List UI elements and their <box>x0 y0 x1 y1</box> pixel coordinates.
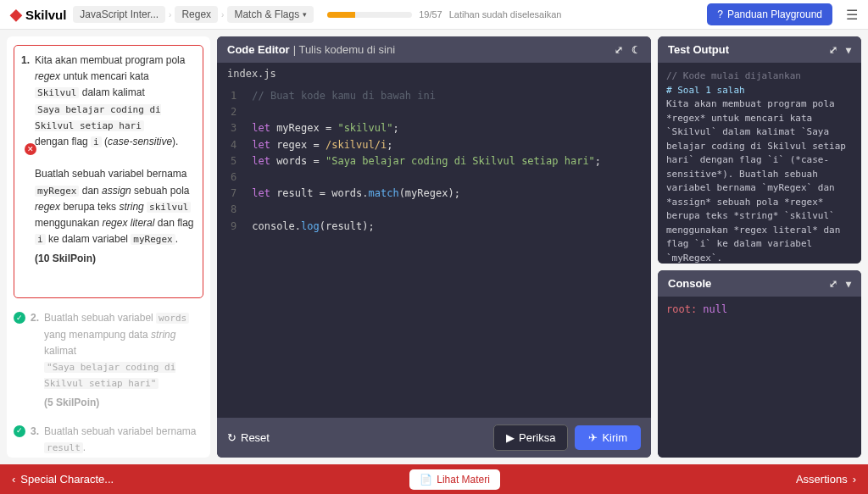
editor-header: Code Editor | Tulis kodemu di sini ⤢ ☾ <box>217 36 651 63</box>
console-panel: Console ⤢ ▾ root: null <box>658 270 861 458</box>
logo[interactable]: ◆ Skilvul <box>10 5 66 24</box>
progress-count: 19/57 <box>419 9 442 19</box>
task-item-1: 1. Kita akan membuat program pola regex … <box>14 45 203 298</box>
refresh-icon: ↻ <box>227 431 236 444</box>
output-header: Test Output ⤢ ▾ <box>658 36 861 63</box>
bc-lesson[interactable]: Match & Flags ▾ <box>227 6 314 23</box>
chevron-down-icon[interactable]: ▾ <box>846 44 851 56</box>
breadcrumb: JavaScript Inter... › Regex › Match & Fl… <box>73 6 314 23</box>
pass-icon: ✓ <box>14 312 25 324</box>
console-title: Console <box>668 277 711 290</box>
code-editor-panel: Code Editor | Tulis kodemu di sini ⤢ ☾ i… <box>217 36 651 458</box>
expand-icon[interactable]: ⤢ <box>829 44 837 56</box>
bottom-nav: ‹ Special Characte... 📄 Lihat Materi Ass… <box>0 464 868 494</box>
guide-button[interactable]: ? Panduan Playground <box>707 3 832 25</box>
editor-subtitle: | Tulis kodemu di sini <box>293 43 395 56</box>
task-list: 1. Kita akan membuat program pola regex … <box>7 36 210 458</box>
theme-icon[interactable]: ☾ <box>632 44 641 56</box>
menu-icon[interactable]: ☰ <box>846 7 858 23</box>
editor-area: Code Editor | Tulis kodemu di sini ⤢ ☾ i… <box>217 36 861 458</box>
expand-icon[interactable]: ⤢ <box>829 278 837 290</box>
view-material-button[interactable]: 📄 Lihat Materi <box>409 469 500 490</box>
output-column: Test Output ⤢ ▾ // Kode mulai dijalankan… <box>658 36 861 458</box>
task-number: 2. <box>31 310 39 411</box>
progress-bar <box>327 12 412 18</box>
progress: 19/57 Latihan sudah diselesaikan <box>327 9 561 19</box>
main-content: 1. Kita akan membuat program pola regex … <box>0 30 868 464</box>
task-number: 3. <box>31 424 39 458</box>
line-gutter: 123456789 <box>217 85 245 418</box>
expand-icon[interactable]: ⤢ <box>615 44 623 56</box>
chevron-down-icon[interactable]: ▾ <box>846 278 851 290</box>
reset-button[interactable]: ↻ Reset <box>227 431 270 444</box>
console-header: Console ⤢ ▾ <box>658 270 861 297</box>
code-content[interactable]: // Buat kode kamu di bawah ini let myReg… <box>245 85 608 418</box>
task-points: (5 SkilPoin) <box>44 395 203 411</box>
task-number: 1. <box>21 53 30 267</box>
check-button[interactable]: ▶ Periksa <box>493 425 568 451</box>
bc-course[interactable]: JavaScript Inter... <box>73 6 165 23</box>
progress-status: Latihan sudah diselesaikan <box>449 9 562 19</box>
send-icon: ✈ <box>588 431 598 444</box>
test-output-panel: Test Output ⤢ ▾ // Kode mulai dijalankan… <box>658 36 861 264</box>
task-item-3: ✓ 3. Buatlah sebuah variabel bernama res… <box>14 424 203 458</box>
output-title: Test Output <box>668 43 729 56</box>
next-lesson-button[interactable]: Assertions › <box>796 473 856 486</box>
app-header: ◆ Skilvul JavaScript Inter... › Regex › … <box>0 0 868 30</box>
logo-icon: ◆ <box>10 5 22 24</box>
task-description: Buatlah sebuah variabel words yang menam… <box>44 310 203 411</box>
chevron-left-icon: ‹ <box>12 473 15 486</box>
bc-section[interactable]: Regex <box>175 6 218 23</box>
code-editor-column: Code Editor | Tulis kodemu di sini ⤢ ☾ i… <box>217 36 651 458</box>
code-editor[interactable]: 123456789 // Buat kode kamu di bawah ini… <box>217 85 651 418</box>
chevron-right-icon: › <box>853 473 856 486</box>
file-tab[interactable]: index.js <box>217 63 651 85</box>
chevron-down-icon: ▾ <box>303 10 307 19</box>
task-description: Kita akan membuat program pola regex unt… <box>35 53 196 267</box>
submit-button[interactable]: ✈ Kirim <box>575 425 641 450</box>
chevron-right-icon: › <box>169 10 171 19</box>
output-body[interactable]: // Kode mulai dijalankan # Soal 1 salah … <box>658 63 861 264</box>
logo-text: Skilvul <box>25 8 66 22</box>
console-body[interactable]: root: null <box>658 297 861 458</box>
task-item-2: ✓ 2. Buatlah sebuah variabel words yang … <box>14 310 203 411</box>
task-description: Buatlah sebuah variabel bernama result. … <box>44 424 203 458</box>
pass-icon: ✓ <box>14 425 25 437</box>
document-icon: 📄 <box>420 474 432 486</box>
editor-footer: ↻ Reset ▶ Periksa ✈ Kirim <box>217 418 651 458</box>
editor-title: Code Editor <box>227 43 290 56</box>
question-icon: ? <box>717 8 723 20</box>
chevron-right-icon: › <box>221 10 224 19</box>
prev-lesson-button[interactable]: ‹ Special Characte... <box>12 473 114 486</box>
play-icon: ▶ <box>506 431 515 444</box>
task-points: (10 SkilPoin) <box>35 251 196 267</box>
